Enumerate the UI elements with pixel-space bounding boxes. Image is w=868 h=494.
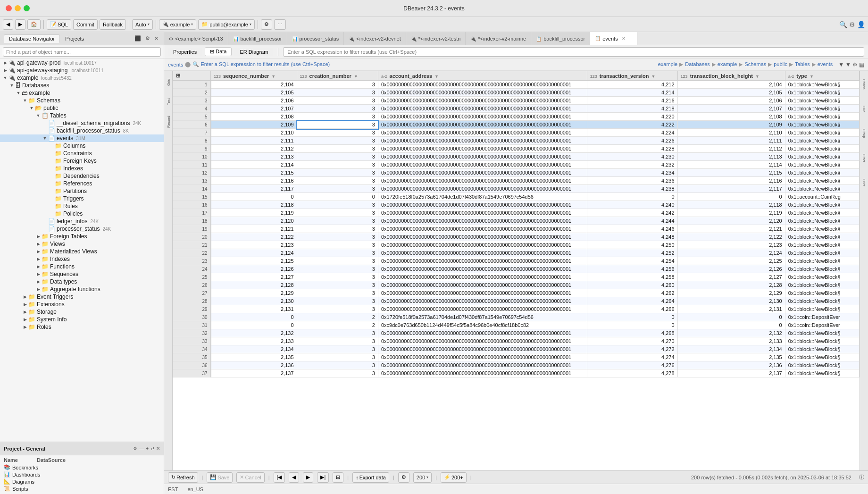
- table-cell[interactable]: 3: [297, 337, 378, 345]
- table-cell[interactable]: 2,127: [677, 273, 785, 281]
- table-cell[interactable]: 4,264: [587, 297, 677, 305]
- table-cell[interactable]: 17: [173, 209, 211, 217]
- table-cell[interactable]: 4,214: [587, 89, 677, 97]
- table-cell[interactable]: 2,114: [211, 161, 297, 169]
- table-row[interactable]: 112,11430x000000000000000000000000000000…: [173, 161, 860, 169]
- tree-item-data-types[interactable]: ▶ 📁 Data types: [0, 278, 164, 285]
- table-row[interactable]: 222,12430x000000000000000000000000000000…: [173, 249, 860, 257]
- table-cell[interactable]: 0x00000000000000000000000000000000000000…: [378, 185, 587, 193]
- table-cell[interactable]: 0x00000000000000000000000000000000000000…: [378, 209, 587, 217]
- bottom-item-scripts[interactable]: 📜 Scripts: [4, 485, 160, 492]
- table-cell[interactable]: 0x00000000000000000000000000000000000000…: [378, 169, 587, 177]
- table-cell[interactable]: 0x1::block::NewBlock§: [785, 281, 859, 289]
- table-cell[interactable]: 2,121: [677, 225, 785, 233]
- maximize-button[interactable]: [24, 5, 30, 11]
- table-cell[interactable]: 0x00000000000000000000000000000000000000…: [378, 105, 587, 113]
- tree-item-agg-functions[interactable]: ▶ 📁 Aggregate functions: [0, 285, 164, 293]
- table-cell[interactable]: 0: [587, 193, 677, 201]
- table-cell[interactable]: 18: [173, 217, 211, 225]
- sql-button[interactable]: 📝 SQL: [47, 19, 71, 30]
- table-cell[interactable]: 0x00000000000000000000000000000000000000…: [378, 89, 587, 97]
- window-controls[interactable]: [6, 5, 30, 11]
- table-cell[interactable]: 0x1::account::CoinReg: [785, 193, 859, 201]
- auto-dropdown[interactable]: Auto ▾: [132, 19, 153, 30]
- export-button[interactable]: ↑ Export data: [352, 472, 389, 483]
- table-cell[interactable]: 4,250: [587, 241, 677, 249]
- table-cell[interactable]: 30: [173, 313, 211, 321]
- db-navigator-tab[interactable]: Database Navigator: [4, 34, 60, 43]
- table-cell[interactable]: 2: [173, 89, 211, 97]
- tree-item-mat-views[interactable]: ▶ 📁 Materialized Views: [0, 248, 164, 255]
- table-row[interactable]: 252,12730x000000000000000000000000000000…: [173, 273, 860, 281]
- back-button[interactable]: ◀: [3, 19, 13, 30]
- table-row[interactable]: 342,13430x000000000000000000000000000000…: [173, 345, 860, 353]
- table-cell[interactable]: 0x1::block::NewBlock§: [785, 201, 859, 209]
- table-cell[interactable]: 4: [173, 105, 211, 113]
- table-cell[interactable]: 2,128: [211, 281, 297, 289]
- table-cell[interactable]: 0x00000000000000000000000000000000000000…: [378, 129, 587, 137]
- table-row[interactable]: 292,13130x000000000000000000000000000000…: [173, 305, 860, 313]
- tree-item-tables[interactable]: ▼ 📋 Tables: [0, 112, 164, 119]
- refresh-button[interactable]: ↻ Refresh: [168, 472, 198, 483]
- next-btn[interactable]: ▶: [303, 472, 313, 483]
- home-button[interactable]: 🏠: [27, 19, 41, 30]
- table-cell[interactable]: 0x00000000000000000000000000000000000000…: [378, 201, 587, 209]
- table-cell[interactable]: 0: [677, 321, 785, 329]
- table-cell[interactable]: 0x00000000000000000000000000000000000000…: [378, 113, 587, 121]
- table-cell[interactable]: 4,254: [587, 257, 677, 265]
- table-cell[interactable]: 0x1::block::NewBlock§: [785, 233, 859, 241]
- table-cell[interactable]: 3: [297, 233, 378, 241]
- table-cell[interactable]: 3: [297, 249, 378, 257]
- table-cell[interactable]: 0x1::block::NewBlock§: [785, 185, 859, 193]
- table-cell[interactable]: 2,136: [677, 361, 785, 369]
- table-cell[interactable]: 0: [211, 321, 297, 329]
- table-cell[interactable]: 0x1::block::NewBlock§: [785, 345, 859, 353]
- table-cell[interactable]: 3: [173, 97, 211, 105]
- tree-item-roles[interactable]: ▶ 📁 Roles: [0, 323, 164, 331]
- table-cell[interactable]: 2,131: [677, 305, 785, 313]
- save-button[interactable]: 💾 Save: [207, 472, 233, 483]
- breadcrumb-schemas[interactable]: Schemas: [744, 61, 766, 68]
- table-row[interactable]: 162,11830x000000000000000000000000000000…: [173, 201, 860, 209]
- table-cell[interactable]: 3: [297, 329, 378, 337]
- table-cell[interactable]: 3: [297, 177, 378, 185]
- table-cell[interactable]: 4,256: [587, 265, 677, 273]
- settings-button[interactable]: ⚙: [849, 21, 855, 28]
- tree-item-functions[interactable]: ▶ 📁 Functions: [0, 263, 164, 270]
- table-cell[interactable]: 2,113: [677, 153, 785, 161]
- table-row[interactable]: 122,11530x000000000000000000000000000000…: [173, 169, 860, 177]
- table-cell[interactable]: 0x1::block::NewBlock§: [785, 337, 859, 345]
- minimize-button[interactable]: [15, 5, 21, 11]
- table-cell[interactable]: 8: [173, 137, 211, 145]
- table-row[interactable]: 322,13230x000000000000000000000000000000…: [173, 329, 860, 337]
- table-row[interactable]: 12,10430x0000000000000000000000000000000…: [173, 81, 860, 89]
- table-row[interactable]: 42,10730x0000000000000000000000000000000…: [173, 105, 860, 113]
- table-cell[interactable]: 2,123: [211, 241, 297, 249]
- table-cell[interactable]: 2,106: [677, 97, 785, 105]
- table-cell[interactable]: 0x1::block::NewBlock§: [785, 217, 859, 225]
- table-cell[interactable]: 2,126: [677, 265, 785, 273]
- rollback-button[interactable]: Rollback: [100, 19, 126, 30]
- table-cell[interactable]: 2,133: [677, 337, 785, 345]
- table-cell[interactable]: 3: [297, 89, 378, 97]
- table-cell[interactable]: 22: [173, 249, 211, 257]
- cancel-button[interactable]: ✕ Cancel: [236, 472, 264, 483]
- table-cell[interactable]: 0x1::block::NewBlock§: [785, 369, 859, 377]
- collapse-icon[interactable]: ⬛: [133, 35, 142, 42]
- tree-item-api-gateway-prod[interactable]: ▶ 🔌 api-gateway-prod localhost:10017: [0, 59, 164, 67]
- table-cell[interactable]: 23: [173, 257, 211, 265]
- table-cell[interactable]: 35: [173, 353, 211, 361]
- tree-item-rules[interactable]: ▶ 📁 Rules: [0, 202, 164, 210]
- tree-item-extensions[interactable]: ▶ 📁 Extensions: [0, 301, 164, 308]
- table-cell[interactable]: 2,105: [211, 89, 297, 97]
- table-cell[interactable]: 4,274: [587, 353, 677, 361]
- breadcrumb-example[interactable]: example: [658, 61, 678, 68]
- table-cell[interactable]: 4,238: [587, 185, 677, 193]
- subtab-data[interactable]: ⊞ Data: [205, 47, 232, 56]
- table-cell[interactable]: 3: [297, 225, 378, 233]
- table-cell[interactable]: 4,270: [587, 337, 677, 345]
- tab-events[interactable]: 📋 events ✕: [590, 32, 637, 45]
- table-cell[interactable]: 2,119: [211, 209, 297, 217]
- table-cell[interactable]: 31: [173, 321, 211, 329]
- table-cell[interactable]: 0x1::block::NewBlock§: [785, 161, 859, 169]
